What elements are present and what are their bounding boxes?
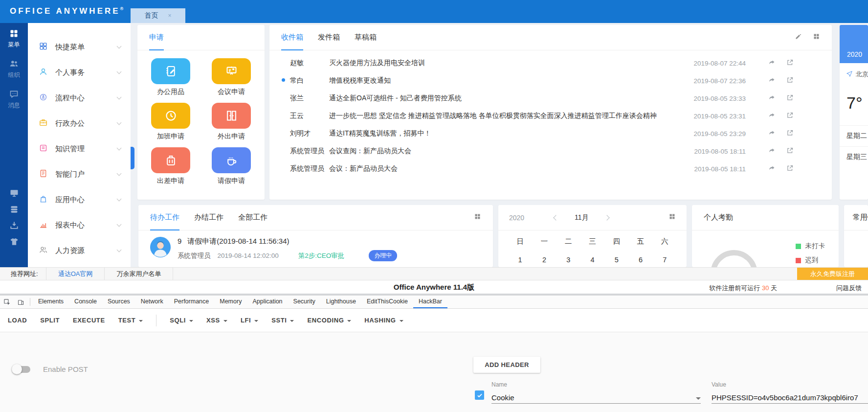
rail-item-org[interactable]: 组织: [0, 53, 28, 84]
desktop-icon[interactable]: [9, 188, 19, 198]
hackbar-test-menu[interactable]: TEST: [118, 317, 143, 324]
dropdown-arrow-icon[interactable]: [696, 397, 701, 402]
devtools-tab-elements[interactable]: Elements: [33, 296, 69, 308]
mail-row[interactable]: 赵敏 灭火器使用方法及用电安全培训 2019-08-07 22:44: [269, 54, 832, 72]
open-in-new-icon[interactable]: [786, 164, 794, 173]
devtools-tab-console[interactable]: Console: [69, 296, 102, 308]
rail-item-menu[interactable]: 菜单: [0, 23, 28, 53]
devtools-tab-editthiscookie[interactable]: EditThisCookie: [361, 296, 413, 308]
device-toolbar-icon[interactable]: [14, 296, 27, 308]
hackbar-lfi-menu[interactable]: LFI: [241, 317, 258, 324]
open-in-new-icon[interactable]: [786, 129, 794, 138]
mail-row[interactable]: 刘明才 通达IT精英魔鬼训练营，招募中！ 2019-08-05 23:29: [269, 125, 832, 142]
sidebar-item-workflow[interactable]: 流程中心: [28, 85, 131, 111]
theme-shirt-icon[interactable]: [9, 237, 19, 247]
sidebar-item-personal[interactable]: 个人事务: [28, 60, 131, 85]
calendar-day[interactable]: 6: [628, 249, 652, 267]
forward-icon[interactable]: [768, 76, 776, 85]
enable-post-toggle[interactable]: [13, 365, 31, 374]
calendar-day[interactable]: 4: [580, 249, 604, 267]
tab-home[interactable]: 首页 ×: [131, 8, 185, 23]
tile-meeting[interactable]: 会议申请: [210, 58, 253, 96]
sidebar-item-hr[interactable]: 人力资源: [28, 238, 131, 263]
hackbar-split-button[interactable]: SPLIT: [40, 317, 60, 324]
forward-icon[interactable]: [768, 147, 776, 156]
open-in-new-icon[interactable]: [786, 59, 794, 68]
tab-inbox[interactable]: 收件箱: [281, 25, 303, 50]
tab-pending-work[interactable]: 待办工作: [150, 205, 179, 230]
next-month-icon[interactable]: [604, 215, 610, 220]
link-tongda-official[interactable]: 通达OA官网: [46, 268, 105, 280]
hackbar-sqli-menu[interactable]: SQLI: [170, 317, 193, 324]
compose-pencil-icon[interactable]: [795, 33, 802, 42]
hackbar-ssti-menu[interactable]: SSTI: [271, 317, 294, 324]
server-icon[interactable]: [9, 205, 19, 214]
tile-business-trip[interactable]: 出差申请: [149, 147, 192, 185]
devtools-tab-application[interactable]: Application: [247, 296, 288, 308]
mail-row[interactable]: 系统管理员 会议：新产品动员大会 2019-08-05 18:11: [269, 160, 832, 178]
sidebar-item-knowledge[interactable]: 知识管理: [28, 136, 131, 161]
forward-icon[interactable]: [768, 129, 776, 138]
sidebar-item-admin[interactable]: 行政办公: [28, 111, 131, 136]
tab-finished-work[interactable]: 办结工作: [194, 205, 223, 230]
inspect-element-icon[interactable]: [0, 296, 14, 308]
tile-office-supplies[interactable]: 办公用品: [149, 58, 192, 96]
devtools-tab-network[interactable]: Network: [135, 296, 169, 308]
close-icon[interactable]: ×: [168, 12, 171, 19]
devtools-tab-hackbar[interactable]: HackBar: [413, 296, 447, 308]
feedback-link[interactable]: 问题反馈: [836, 284, 862, 293]
tab-drafts[interactable]: 草稿箱: [355, 25, 377, 50]
mail-row[interactable]: 常白 增值税税率更改通知 2019-08-07 22:36: [269, 72, 832, 90]
forward-icon[interactable]: [768, 164, 776, 173]
hackbar-xss-menu[interactable]: XSS: [206, 317, 227, 324]
open-in-new-icon[interactable]: [786, 76, 794, 85]
work-item[interactable]: 9请假申请(2019-08-14 11:56:34) 系统管理员 2019-08…: [138, 230, 493, 261]
devtools-tab-memory[interactable]: Memory: [214, 296, 247, 308]
mail-row[interactable]: 王云 进一步统一思想 坚定信念 推进精益管理战略落地 各单位积极贯彻落实全面深入…: [269, 107, 832, 125]
calendar-day[interactable]: 3: [556, 249, 580, 267]
sidebar-item-quick-menu[interactable]: 快捷菜单: [28, 34, 131, 60]
sidebar-item-portal[interactable]: 智能门户: [28, 161, 131, 187]
sidebar-item-reports[interactable]: 报表中心: [28, 212, 131, 238]
calendar-day[interactable]: 1: [508, 249, 532, 267]
open-in-new-icon[interactable]: [786, 147, 794, 156]
tab-sent[interactable]: 发件箱: [318, 25, 340, 50]
hackbar-load-button[interactable]: LOAD: [8, 317, 27, 324]
link-user-list[interactable]: 万余家用户名单: [104, 268, 173, 280]
sidebar-item-archive[interactable]: 档案管理: [28, 263, 131, 267]
devtools-tab-performance[interactable]: Performance: [169, 296, 215, 308]
hackbar-hashing-menu[interactable]: HASHING: [364, 317, 403, 324]
grid-view-icon[interactable]: [474, 213, 481, 222]
devtools-tab-lighthouse[interactable]: Lighthouse: [321, 296, 361, 308]
mail-row[interactable]: 系统管理员 会议查阅：新产品动员大会 2019-08-05 18:11: [269, 142, 832, 160]
forward-icon[interactable]: [768, 112, 776, 120]
tile-going-out[interactable]: 外出申请: [210, 103, 253, 141]
rail-item-message[interactable]: 消息: [0, 84, 28, 114]
add-header-button[interactable]: ADD HEADER: [473, 357, 540, 373]
forward-icon[interactable]: [768, 94, 776, 103]
devtools-tab-sources[interactable]: Sources: [102, 296, 135, 308]
download-icon[interactable]: [9, 221, 19, 230]
tab-apply[interactable]: 申请: [149, 25, 164, 50]
sidebar-collapse-handle[interactable]: [131, 147, 134, 169]
grid-view-icon[interactable]: [813, 33, 820, 42]
free-register-button[interactable]: 永久免费版注册: [797, 268, 868, 280]
tab-all-work[interactable]: 全部工作: [238, 205, 267, 230]
tile-leave[interactable]: 请假申请: [210, 147, 253, 185]
devtools-tab-security[interactable]: Security: [288, 296, 321, 308]
calendar-day[interactable]: 5: [604, 249, 628, 267]
calendar-day[interactable]: 2: [532, 249, 556, 267]
header-checkbox[interactable]: [475, 390, 484, 400]
calendar-day[interactable]: 7: [653, 249, 677, 267]
hackbar-execute-button[interactable]: EXECUTE: [73, 317, 105, 324]
header-value-field[interactable]: Value PHPSESSID=o4v5boc6a21dum73kpqbl6ir…: [712, 381, 868, 404]
open-in-new-icon[interactable]: [786, 112, 794, 120]
open-in-new-icon[interactable]: [786, 94, 794, 103]
hackbar-encoding-menu[interactable]: ENCODING: [307, 317, 351, 324]
mail-row[interactable]: 张兰 通达全新OA可选组件 - 知己者费用管控系统 2019-08-05 23:…: [269, 90, 832, 107]
grid-view-icon[interactable]: [668, 213, 676, 222]
header-name-field[interactable]: Name Cookie: [491, 381, 701, 404]
prev-month-icon[interactable]: [553, 215, 558, 220]
sidebar-item-apps[interactable]: 应用中心: [28, 187, 131, 212]
forward-icon[interactable]: [768, 59, 776, 68]
